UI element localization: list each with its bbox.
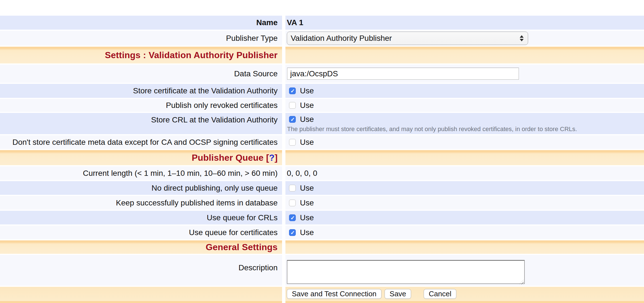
- publisher-type-selected-value: Validation Authority Publisher: [291, 34, 392, 43]
- save-and-test-connection-button[interactable]: Save and Test Connection: [287, 289, 381, 299]
- publisher-queue-help-link[interactable]: ?: [269, 153, 275, 163]
- no-direct-publishing-row: No direct publishing, only use queue Use: [0, 181, 644, 195]
- use-queue-certificates-label: Use queue for certificates: [189, 228, 278, 237]
- use-checkbox-label: Use: [300, 228, 314, 237]
- top-section-band: [0, 0, 644, 15]
- store-crl-checkbox[interactable]: [289, 116, 296, 123]
- use-checkbox-label: Use: [300, 184, 314, 193]
- use-checkbox-label: Use: [300, 115, 314, 124]
- use-checkbox-label: Use: [300, 198, 314, 207]
- store-crl-note: The publisher must store certificates, a…: [287, 126, 577, 133]
- use-checkbox-label: Use: [300, 213, 314, 222]
- no-direct-publishing-label: No direct publishing, only use queue: [152, 184, 278, 193]
- name-label: Name: [256, 18, 278, 27]
- use-checkbox-label: Use: [300, 138, 314, 147]
- description-textarea[interactable]: [287, 260, 525, 284]
- keep-published-items-label: Keep successfully published items in dat…: [116, 198, 278, 207]
- keep-published-items-row: Keep successfully published items in dat…: [0, 196, 644, 210]
- general-settings-section-header: General Settings: [0, 240, 644, 254]
- current-length-value: 0, 0, 0, 0: [287, 169, 317, 178]
- name-row: Name VA 1: [0, 16, 644, 30]
- data-source-input[interactable]: [287, 68, 519, 80]
- publisher-type-row: Publisher Type Validation Authority Publ…: [0, 31, 644, 46]
- use-queue-crls-row: Use queue for CRLs Use: [0, 211, 644, 224]
- publisher-queue-section-header: Publisher Queue [ ? ]: [0, 150, 644, 165]
- description-label: Description: [238, 263, 278, 272]
- use-queue-certificates-checkbox[interactable]: [289, 229, 296, 236]
- current-length-row: Current length (< 1 min, 1–10 min, 10–60…: [0, 166, 644, 180]
- store-certificate-label: Store certificate at the Validation Auth…: [133, 86, 278, 95]
- no-direct-publishing-checkbox[interactable]: [289, 185, 296, 191]
- store-crl-label: Store CRL at the Validation Authority: [151, 115, 278, 124]
- use-checkbox-label: Use: [300, 86, 314, 95]
- cancel-button[interactable]: Cancel: [424, 289, 456, 299]
- name-value: VA 1: [287, 18, 303, 27]
- settings-section-header: Settings : Validation Authority Publishe…: [0, 47, 644, 63]
- use-checkbox-label: Use: [300, 101, 314, 110]
- general-settings-section-title: General Settings: [206, 242, 278, 252]
- help-bracket-close: ]: [275, 153, 278, 163]
- publisher-queue-section-title: Publisher Queue: [192, 153, 263, 163]
- data-source-label: Data Source: [234, 69, 278, 78]
- dont-store-metadata-row: Don't store certificate meta data except…: [0, 135, 644, 149]
- publisher-type-select[interactable]: Validation Authority Publisher: [287, 32, 528, 45]
- publish-only-revoked-row: Publish only revoked certificates Use: [0, 99, 644, 112]
- bottom-section-band: [0, 301, 644, 303]
- use-queue-crls-checkbox[interactable]: [289, 214, 296, 221]
- select-stepper-icon: [520, 35, 524, 41]
- publish-only-revoked-label: Publish only revoked certificates: [166, 101, 278, 110]
- current-length-label: Current length (< 1 min, 1–10 min, 10–60…: [83, 169, 278, 178]
- description-row: Description: [0, 255, 644, 286]
- dont-store-metadata-label: Don't store certificate meta data except…: [12, 138, 278, 147]
- store-certificate-checkbox[interactable]: [289, 87, 296, 94]
- help-bracket-open: [: [266, 153, 269, 163]
- save-button[interactable]: Save: [385, 289, 411, 299]
- publish-only-revoked-checkbox[interactable]: [289, 102, 296, 109]
- use-queue-crls-label: Use queue for CRLs: [207, 213, 278, 222]
- keep-published-items-checkbox[interactable]: [289, 200, 296, 206]
- data-source-row: Data Source: [0, 65, 644, 83]
- dont-store-metadata-checkbox[interactable]: [289, 139, 296, 146]
- store-crl-row: Store CRL at the Validation Authority Us…: [0, 113, 644, 134]
- use-queue-certificates-row: Use queue for certificates Use: [0, 226, 644, 239]
- form-actions-row: Save and Test Connection Save Cancel: [0, 287, 644, 301]
- settings-section-title: Settings : Validation Authority Publishe…: [105, 50, 278, 60]
- store-certificate-row: Store certificate at the Validation Auth…: [0, 84, 644, 98]
- publisher-type-label: Publisher Type: [226, 34, 278, 43]
- edit-publisher-page: Name VA 1 Publisher Type Validation Auth…: [0, 0, 644, 303]
